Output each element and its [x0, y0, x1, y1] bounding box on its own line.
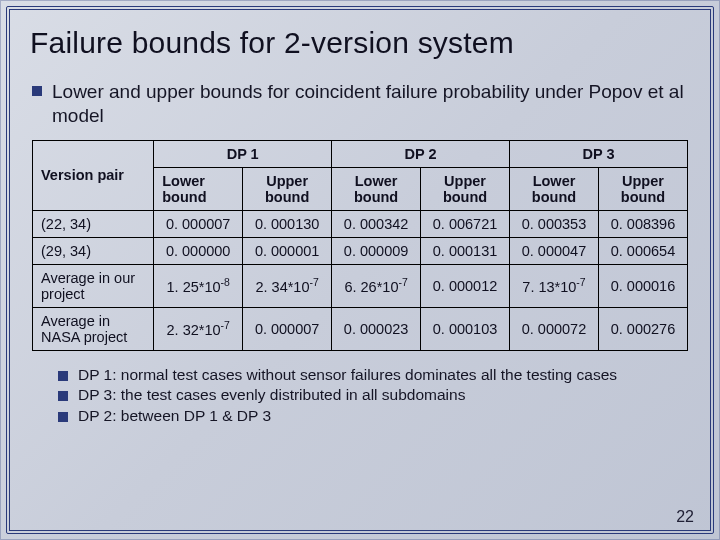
table-row: Average in our project1. 25*10-82. 34*10… — [33, 264, 688, 307]
bullet-icon — [58, 412, 68, 422]
bullet-icon — [32, 86, 42, 96]
row-label: Average in NASA project — [33, 307, 154, 350]
bullet-icon — [58, 391, 68, 401]
cell: 0. 000023 — [332, 307, 421, 350]
page-number: 22 — [676, 508, 694, 526]
col-dp3: DP 3 — [510, 140, 688, 167]
table-row: (22, 34)0. 0000070. 0001300. 0003420. 00… — [33, 210, 688, 237]
cell: 0. 000012 — [421, 264, 510, 307]
cell: 7. 13*10-7 — [510, 264, 599, 307]
table-row: Average in NASA project2. 32*10-70. 0000… — [33, 307, 688, 350]
col-dp1: DP 1 — [154, 140, 332, 167]
col-dp2: DP 2 — [332, 140, 510, 167]
note-1: DP 1: normal test cases without sensor f… — [78, 365, 617, 386]
row-label: (29, 34) — [33, 237, 154, 264]
cell: 2. 32*10-7 — [154, 307, 243, 350]
cell: 0. 000130 — [243, 210, 332, 237]
cell: 0. 000103 — [421, 307, 510, 350]
bullet-icon — [58, 371, 68, 381]
cell: 6. 26*10-7 — [332, 264, 421, 307]
lead-bullet: Lower and upper bounds for coincident fa… — [32, 80, 688, 128]
bounds-table: Version pair DP 1 DP 2 DP 3 Lower bound … — [32, 140, 688, 351]
cell: 0. 000047 — [510, 237, 599, 264]
lead-text: Lower and upper bounds for coincident fa… — [52, 80, 688, 128]
cell: 0. 000007 — [243, 307, 332, 350]
col-dp1-lower: Lower bound — [154, 167, 243, 210]
note-2: DP 3: the test cases evenly distributed … — [78, 385, 465, 406]
cell: 0. 000016 — [598, 264, 687, 307]
col-dp1-upper: Upper bound — [243, 167, 332, 210]
cell: 0. 000131 — [421, 237, 510, 264]
col-dp3-lower: Lower bound — [510, 167, 599, 210]
footnotes: DP 1: normal test cases without sensor f… — [32, 365, 688, 428]
cell: 1. 25*10-8 — [154, 264, 243, 307]
cell: 0. 000009 — [332, 237, 421, 264]
row-label: (22, 34) — [33, 210, 154, 237]
note-3: DP 2: between DP 1 & DP 3 — [78, 406, 271, 427]
row-label: Average in our project — [33, 264, 154, 307]
cell: 0. 000001 — [243, 237, 332, 264]
col-dp2-upper: Upper bound — [421, 167, 510, 210]
cell: 0. 000353 — [510, 210, 599, 237]
table-row: (29, 34)0. 0000000. 0000010. 0000090. 00… — [33, 237, 688, 264]
cell: 0. 000007 — [154, 210, 243, 237]
cell: 0. 000654 — [598, 237, 687, 264]
cell: 0. 000072 — [510, 307, 599, 350]
cell: 0. 000000 — [154, 237, 243, 264]
slide-title: Failure bounds for 2-version system — [30, 26, 706, 60]
cell: 2. 34*10-7 — [243, 264, 332, 307]
col-version-pair: Version pair — [33, 140, 154, 210]
col-dp3-upper: Upper bound — [598, 167, 687, 210]
cell: 0. 008396 — [598, 210, 687, 237]
cell: 0. 000276 — [598, 307, 687, 350]
cell: 0. 000342 — [332, 210, 421, 237]
cell: 0. 006721 — [421, 210, 510, 237]
col-dp2-lower: Lower bound — [332, 167, 421, 210]
